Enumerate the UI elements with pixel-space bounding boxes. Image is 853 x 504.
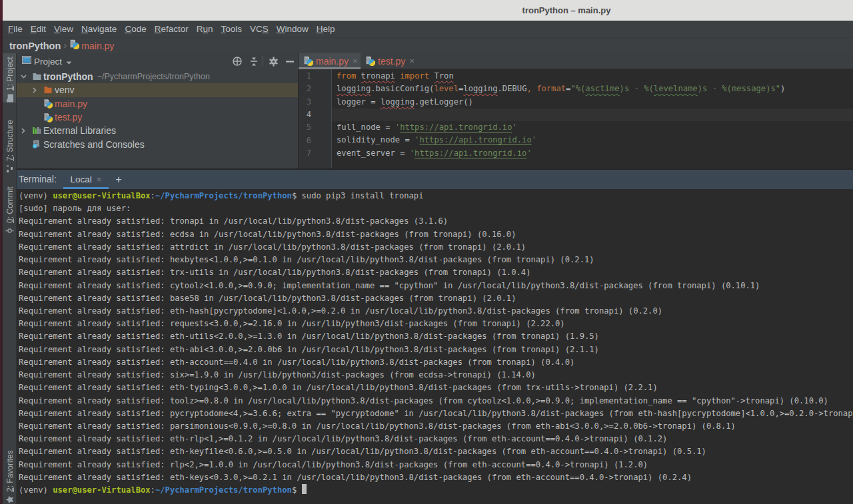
python-file-icon bbox=[303, 56, 313, 66]
toolbar-separator bbox=[263, 56, 263, 67]
chevron-right-icon[interactable] bbox=[20, 128, 27, 134]
code-line-7: event_server = 'https://api.trongrid.io' bbox=[337, 147, 853, 160]
titlebar[interactable]: tronPython – main.py bbox=[3, 0, 853, 21]
tree-item-label: tronPython bbox=[43, 71, 93, 82]
terminal-line: Requirement already satisfied: eth-keyfi… bbox=[19, 445, 853, 458]
code-line-2: logging.basicConfig(level=logging.DEBUG,… bbox=[337, 83, 853, 95]
menu-window[interactable]: Window bbox=[273, 24, 313, 34]
locate-icon[interactable] bbox=[232, 56, 243, 67]
terminal-cursor bbox=[302, 484, 307, 494]
terminal-label: Terminal: bbox=[19, 170, 57, 189]
menu-tools[interactable]: Tools bbox=[217, 24, 246, 34]
hide-icon[interactable] bbox=[285, 56, 295, 67]
tree-item-tronpython[interactable]: tronPython~/PycharmProjects/tronPython bbox=[17, 70, 298, 83]
terminal-line: Requirement already satisfied: requests<… bbox=[19, 318, 853, 330]
terminal-line: Requirement already satisfied: eth-accou… bbox=[19, 356, 853, 369]
line-number: 3 bbox=[299, 96, 311, 109]
new-terminal-button[interactable]: + bbox=[113, 170, 124, 189]
tree-item-venv[interactable]: venv bbox=[17, 83, 298, 97]
chevron-right-icon[interactable] bbox=[31, 87, 38, 93]
terminal-line: (venv) user@user-VirtualBox:~/PycharmPro… bbox=[19, 190, 853, 202]
terminal-line: Requirement already satisfied: tronapi i… bbox=[19, 215, 853, 228]
menu-view[interactable]: View bbox=[50, 24, 77, 34]
python-file-icon bbox=[43, 99, 53, 109]
tool-window-stripe: 1: Project7: Structure0: Commit2: Favori… bbox=[3, 53, 17, 504]
stripe-button-project[interactable]: 1: Project bbox=[5, 57, 15, 103]
tab-test-py[interactable]: test.py× bbox=[361, 53, 417, 69]
terminal-line: (venv) user@user-VirtualBox:~/PycharmPro… bbox=[19, 484, 853, 497]
python-file-icon bbox=[43, 112, 53, 123]
terminal-output[interactable]: (venv) user@user-VirtualBox:~/PycharmPro… bbox=[17, 189, 853, 504]
structure-icon bbox=[5, 164, 14, 173]
terminal-line: Requirement already satisfied: eth-utils… bbox=[19, 330, 853, 343]
editor-tabs: main.py×test.py× bbox=[299, 53, 853, 69]
venv-folder-icon bbox=[43, 85, 53, 95]
tab-main-py[interactable]: main.py× bbox=[299, 53, 361, 69]
terminal-header: Terminal: Local × + bbox=[17, 170, 853, 189]
terminal-line: Requirement already satisfied: eth-abi<3… bbox=[19, 344, 853, 356]
python-file-icon bbox=[69, 39, 79, 52]
tab-label: test.py bbox=[378, 56, 405, 67]
menu-help[interactable]: Help bbox=[313, 24, 339, 34]
menu-file[interactable]: File bbox=[4, 24, 27, 34]
breadcrumb-file[interactable]: main.py bbox=[81, 41, 114, 51]
close-icon[interactable]: × bbox=[97, 174, 102, 184]
code-line-3: logger = logging.getLogger() bbox=[337, 96, 853, 109]
line-number: 1 bbox=[299, 70, 311, 83]
folder-icon bbox=[32, 71, 41, 82]
terminal-line: Requirement already satisfied: ecdsa in … bbox=[19, 228, 853, 241]
python-file-icon bbox=[69, 39, 79, 49]
terminal-line: Requirement already satisfied: parsimoni… bbox=[19, 420, 853, 433]
gear-icon[interactable] bbox=[268, 56, 279, 67]
editor[interactable]: 1234567 from tronapi import Tronlogging.… bbox=[299, 69, 853, 168]
menu-navigate[interactable]: Navigate bbox=[77, 24, 121, 34]
libraries-icon bbox=[32, 125, 41, 136]
project-tree: tronPython~/PycharmProjects/tronPythonve… bbox=[17, 69, 298, 151]
editor-area: main.py×test.py× 1234567 from tronapi im… bbox=[299, 53, 853, 168]
editor-gutter[interactable]: 1234567 bbox=[299, 69, 332, 168]
menu-code[interactable]: Code bbox=[121, 24, 150, 34]
tab-label: main.py bbox=[316, 56, 349, 67]
line-number: 7 bbox=[299, 147, 311, 160]
favorites-star-icon bbox=[5, 495, 14, 504]
terminal-line: Requirement already satisfied: eth-rlp<1… bbox=[19, 433, 853, 445]
stripe-button-favorites[interactable]: 2: Favorites bbox=[5, 450, 15, 504]
code-line-1: from tronapi import Tron bbox=[337, 70, 853, 83]
tree-item-label: External Libraries bbox=[43, 125, 116, 136]
editor-code[interactable]: from tronapi import Tronlogging.basicCon… bbox=[337, 70, 853, 160]
terminal-tab-local[interactable]: Local × bbox=[63, 170, 109, 189]
tree-item-path: ~/PycharmProjects/tronPython bbox=[97, 72, 210, 81]
menu-run[interactable]: Run bbox=[193, 24, 217, 34]
line-number: 5 bbox=[299, 121, 311, 134]
code-line-4 bbox=[337, 109, 853, 121]
collapse-all-icon[interactable] bbox=[249, 56, 259, 67]
menu-edit[interactable]: Edit bbox=[27, 24, 50, 34]
tree-item-external-libraries[interactable]: External Libraries bbox=[17, 124, 298, 137]
stripe-button-structure[interactable]: 7: Structure bbox=[5, 120, 15, 173]
terminal-line: Requirement already satisfied: attrdict … bbox=[19, 241, 853, 254]
line-number: 6 bbox=[299, 134, 311, 147]
scratches-icon bbox=[32, 139, 41, 150]
project-panel-header[interactable]: Project bbox=[17, 53, 298, 69]
line-number: 4 bbox=[299, 109, 311, 121]
project-tool-window: Project tronPython~/PycharmProjects/tron… bbox=[17, 53, 298, 168]
terminal-line: Requirement already satisfied: eth-keys<… bbox=[19, 471, 853, 484]
tree-item-scratches-and-consoles[interactable]: Scratches and Consoles bbox=[17, 137, 298, 150]
close-icon[interactable]: × bbox=[409, 58, 416, 65]
tree-item-label: test.py bbox=[55, 112, 82, 123]
menu-refactor[interactable]: Refactor bbox=[151, 24, 193, 34]
stripe-button-commit[interactable]: 0: Commit bbox=[5, 186, 15, 235]
menu-vcs[interactable]: VCS bbox=[246, 24, 273, 34]
tree-item-main-py[interactable]: main.py bbox=[17, 97, 298, 111]
tree-item-label: Scratches and Consoles bbox=[43, 139, 145, 150]
project-folder-icon bbox=[6, 94, 14, 103]
tree-item-test-py[interactable]: test.py bbox=[17, 111, 298, 124]
breadcrumb-project[interactable]: tronPython bbox=[9, 41, 61, 51]
python-file-icon bbox=[365, 56, 375, 66]
close-icon[interactable]: × bbox=[353, 58, 359, 65]
terminal-line: Requirement already satisfied: trx-utils… bbox=[19, 266, 853, 279]
chevron-down-icon[interactable] bbox=[20, 75, 27, 79]
terminal-line: Requirement already satisfied: eth-typin… bbox=[19, 381, 853, 394]
terminal-line: Requirement already satisfied: toolz>=0.… bbox=[19, 395, 853, 407]
tree-item-label: venv bbox=[55, 85, 75, 95]
